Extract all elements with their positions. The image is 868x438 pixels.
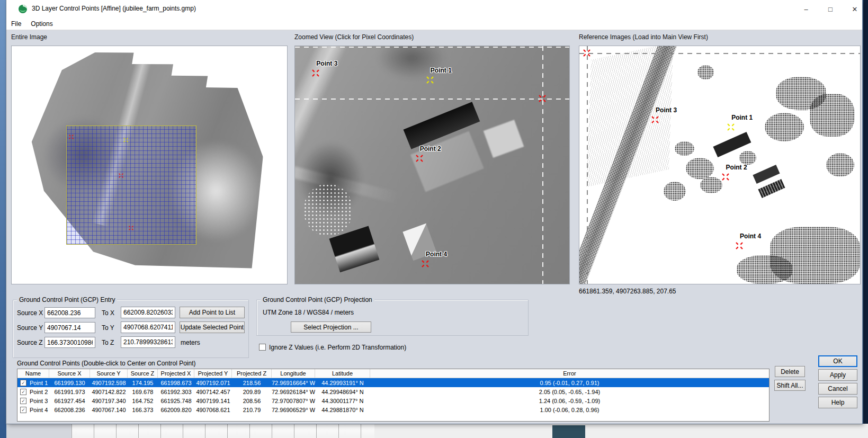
ignore-z-label: Ignore Z Values (i.e. Perform 2D Transfo…: [269, 344, 406, 351]
delete-button[interactable]: Delete: [775, 366, 805, 377]
tree-cluster: [739, 151, 756, 165]
to-x-input[interactable]: [121, 307, 175, 318]
row-checkbox[interactable]: ✓: [20, 389, 26, 395]
zoomed-view-panel[interactable]: Point 3Point 1Point 2Point 4: [294, 46, 570, 284]
cell-error: 0.95 (-0.01, 0.27, 0.91): [370, 378, 769, 387]
select-projection-button[interactable]: Select Projection ...: [291, 321, 371, 333]
table-row-point-3[interactable]: ✓Point 3661927.4544907197.340164.7526619…: [17, 396, 769, 405]
source-z-input[interactable]: [44, 337, 95, 348]
menu-options[interactable]: Options: [26, 18, 57, 30]
source-y-input[interactable]: [44, 322, 95, 333]
maximize-button[interactable]: □: [818, 0, 843, 18]
row-checkbox[interactable]: ✓: [20, 407, 26, 413]
table-row-point-2[interactable]: ✓Point 2661991.9734907142.822169.6786619…: [17, 387, 769, 396]
column-header-name[interactable]: Name: [17, 369, 49, 378]
tree-cluster: [826, 153, 854, 177]
dark-terrain: [377, 46, 446, 79]
marker-point-1[interactable]: Point 1: [426, 76, 434, 84]
cell-error: 1.24 (0.06, -0.59, -1.09): [370, 396, 769, 405]
cell-projected-y: 4907068.621: [194, 405, 232, 414]
marker-point-1[interactable]: Point 1: [727, 123, 735, 131]
zoomed-view-map: Point 3Point 1Point 2Point 4: [295, 46, 569, 284]
help-button[interactable]: Help: [818, 397, 857, 408]
column-header-projected-z[interactable]: Projected Z: [232, 369, 272, 378]
app-globe-icon: [18, 4, 28, 14]
column-header-source-x[interactable]: Source X: [49, 369, 90, 378]
marker-point-3[interactable]: Point 3: [312, 69, 319, 77]
cell-projected-y: 4907192.071: [194, 378, 232, 387]
cell-source-y: 4907197.340: [90, 396, 128, 405]
marker-point-4[interactable]: Point 4: [422, 260, 429, 267]
cancel-button[interactable]: Cancel: [818, 383, 857, 395]
cell-latitude: 44.30001177° N: [315, 396, 370, 405]
light-structure: [483, 120, 524, 158]
tree-cluster: [664, 182, 686, 201]
marker-point-3[interactable]: Point 3: [651, 116, 659, 123]
column-header-error[interactable]: Error: [370, 369, 769, 378]
building: [758, 179, 785, 198]
table-row-point-4[interactable]: ✓Point 4662008.2364907067.140166.3736620…: [17, 405, 769, 414]
to-z-input[interactable]: [121, 336, 175, 348]
ignore-z-checkbox[interactable]: [259, 344, 266, 351]
column-header-source-z[interactable]: Source Z: [128, 369, 158, 378]
gcp-table[interactable]: NameSource XSource YSource ZProjected XP…: [17, 369, 769, 422]
shift-all-button[interactable]: Shift All...: [774, 380, 806, 391]
reference-cursor-coordinates: 661861.359, 4907263.885, 207.65: [579, 288, 676, 295]
update-point-button[interactable]: Update Selected Point: [180, 321, 245, 333]
cell-error: 2.05 (0.05, -0.65, -1.94): [370, 387, 769, 396]
cell-latitude: 44.29948694° N: [315, 387, 370, 396]
marker-point-2[interactable]: Point 2: [722, 173, 729, 181]
projection-value: UTM Zone 18 / WGS84 / meters: [263, 309, 354, 316]
marker-x[interactable]: [69, 135, 76, 142]
red-x-icon: [583, 49, 590, 57]
minimize-button[interactable]: –: [794, 0, 818, 18]
apply-button[interactable]: Apply: [818, 369, 857, 381]
table-row-point-1[interactable]: ✓Point 1661999.1304907192.598174.1956619…: [17, 378, 769, 387]
cell-projected-y: 4907142.457: [194, 387, 232, 396]
gcp-entry-group-label: Ground Control Point (GCP) Entry: [17, 296, 117, 303]
reference-images-label: Reference Images (Load into Main View Fi…: [579, 33, 708, 41]
marker-x[interactable]: [123, 138, 131, 145]
entire-image-panel[interactable]: [11, 46, 288, 284]
reference-images-panel[interactable]: Point 3Point 1Point 2Point 4: [579, 46, 861, 284]
marker-label: Point 4: [740, 233, 761, 240]
cell-source-z: 164.752: [128, 396, 158, 405]
to-y-input[interactable]: [121, 321, 175, 333]
marker-label: Point 1: [731, 114, 753, 121]
point-name: Point 3: [30, 398, 48, 404]
add-point-button[interactable]: Add Point to List: [180, 307, 245, 318]
close-button[interactable]: ✕: [843, 0, 867, 18]
crosshair-vertical: [542, 46, 543, 284]
marker-point-2[interactable]: Point 2: [416, 155, 423, 162]
cell-projected-z: 208.56: [232, 396, 272, 405]
marker-x[interactable]: [539, 95, 546, 102]
column-header-source-y[interactable]: Source Y: [90, 369, 128, 378]
point-name: Point 4: [30, 407, 48, 413]
reference-map: Point 3Point 1Point 2Point 4: [579, 46, 860, 284]
red-x-icon: [129, 226, 133, 230]
point-name: Point 2: [30, 389, 48, 395]
cell-latitude: 44.29881870° N: [315, 405, 370, 414]
zoomed-view-label: Zoomed View (Click for Pixel Coordinates…: [294, 33, 414, 41]
cell-projected-x: 662009.820: [158, 405, 194, 414]
cell-longitude: 72.96906529° W: [272, 405, 315, 414]
red-x-icon: [422, 260, 429, 267]
column-header-latitude[interactable]: Latitude: [315, 369, 370, 378]
column-header-longitude[interactable]: Longitude: [272, 369, 315, 378]
gcp-table-body: ✓Point 1661999.1304907192.598174.1956619…: [17, 378, 769, 414]
row-checkbox[interactable]: ✓: [20, 398, 26, 404]
tree-cluster: [697, 65, 714, 79]
source-x-input[interactable]: [44, 307, 95, 318]
title-bar[interactable]: 3D Layer Control Points [Affine] (jubile…: [6, 0, 862, 18]
marker-x[interactable]: [129, 226, 136, 233]
cell-source-x: 661999.130: [49, 378, 90, 387]
marker-x[interactable]: [119, 173, 126, 181]
marker-x[interactable]: [583, 49, 590, 57]
marker-point-4[interactable]: Point 4: [736, 242, 743, 249]
column-header-projected-y[interactable]: Projected Y: [194, 369, 232, 378]
row-checkbox[interactable]: ✓: [20, 380, 26, 386]
tree-cluster: [675, 141, 694, 156]
menu-file[interactable]: File: [6, 18, 26, 30]
column-header-projected-x[interactable]: Projected X: [158, 369, 194, 378]
ok-button[interactable]: OK: [818, 355, 857, 367]
